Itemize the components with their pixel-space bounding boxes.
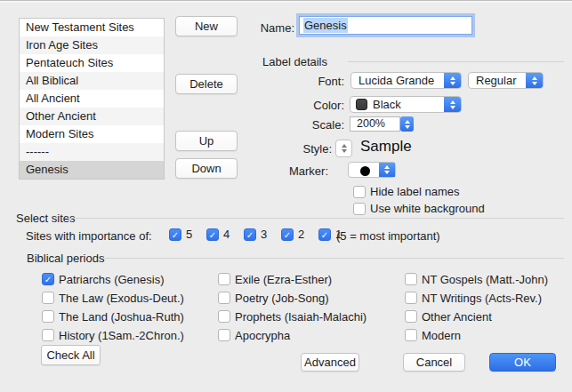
font-family-dropdown[interactable]: Lucida Grande xyxy=(350,72,462,89)
importance-option-label: 5 xyxy=(186,228,192,241)
period-checkbox[interactable]: ✓ xyxy=(218,292,230,304)
period-label: Other Ancient xyxy=(422,310,492,324)
color-swatch-icon xyxy=(356,99,367,110)
selected-text: Genesis xyxy=(303,18,348,33)
hide-label-names-checkbox[interactable]: ✓ xyxy=(353,186,366,198)
style-stepper[interactable] xyxy=(335,140,352,157)
label-set-dialog: New Testament SitesIron Age SitesPentate… xyxy=(0,0,572,392)
marker-dropdown[interactable] xyxy=(348,162,396,178)
period-checkbox[interactable]: ✓ xyxy=(405,310,417,323)
name-input[interactable]: Genesis xyxy=(299,16,472,35)
down-button[interactable]: Down xyxy=(175,158,238,179)
scale-stepper[interactable] xyxy=(400,116,414,132)
color-dropdown[interactable]: Black xyxy=(350,96,462,113)
up-button[interactable]: Up xyxy=(175,131,238,151)
use-white-background-label: Use white background xyxy=(370,202,485,215)
biblical-periods-title: Biblical periods xyxy=(27,252,104,265)
color-label: Color: xyxy=(246,99,344,112)
stepper-icon xyxy=(379,163,395,177)
hide-label-names-checkbox-row[interactable]: ✓ Hide label names xyxy=(353,185,459,198)
period-row-modern[interactable]: ✓Modern xyxy=(405,329,548,341)
list-item-new-testament-sites[interactable]: New Testament Sites xyxy=(20,19,164,36)
color-value: Black xyxy=(367,98,401,111)
period-checkbox[interactable]: ✓ xyxy=(405,329,417,341)
chevron-down-icon xyxy=(450,106,455,109)
scale-input[interactable]: 200% xyxy=(350,116,400,132)
check-all-button[interactable]: Check All xyxy=(41,345,101,365)
importance-checkbox-5[interactable]: ✓ xyxy=(169,228,181,241)
importance-option-2[interactable]: ✓2 xyxy=(281,228,318,241)
period-label: Prophets (Isaiah-Malachi) xyxy=(235,310,367,324)
list-item-genesis[interactable]: Genesis xyxy=(20,161,164,179)
chevron-down-icon xyxy=(532,82,537,85)
list-item-modern-sites[interactable]: Modern Sites xyxy=(20,125,164,143)
importance-checkbox-2[interactable]: ✓ xyxy=(281,228,294,241)
chevron-down-icon xyxy=(342,149,347,153)
period-row-poetry-job-song[interactable]: ✓Poetry (Job-Song) xyxy=(218,292,367,304)
period-label: Apocrypha xyxy=(235,329,290,342)
scale-label: Scale: xyxy=(246,118,344,132)
marker-dot-icon xyxy=(360,166,370,176)
list-item-other-ancient[interactable]: Other Ancient xyxy=(20,108,164,125)
use-white-background-checkbox-row[interactable]: ✓ Use white background xyxy=(353,202,485,215)
chevron-down-icon xyxy=(405,125,410,129)
font-style-value: Regular xyxy=(469,74,517,87)
importance-checkbox-4[interactable]: ✓ xyxy=(206,228,219,241)
period-checkbox[interactable]: ✓ xyxy=(42,329,54,341)
font-style-dropdown[interactable]: Regular xyxy=(468,72,544,89)
importance-option-label: 3 xyxy=(261,228,267,241)
importance-option-4[interactable]: ✓4 xyxy=(206,228,244,241)
chevron-down-icon xyxy=(384,171,390,174)
stepper-icon xyxy=(526,73,543,88)
site-set-list[interactable]: New Testament SitesIron Age SitesPentate… xyxy=(19,18,165,180)
period-row-exile-ezra-esther[interactable]: ✓Exile (Ezra-Esther) xyxy=(218,273,367,285)
period-label: Poetry (Job-Song) xyxy=(235,292,329,305)
period-checkbox[interactable]: ✓ xyxy=(405,292,417,304)
style-label: Style: xyxy=(234,142,332,156)
period-row-the-law-exodus-deut[interactable]: ✓The Law (Exodus-Deut.) xyxy=(42,292,184,304)
list-item-pentateuch-sites[interactable]: Pentateuch Sites xyxy=(20,54,164,72)
list-item-[interactable]: ------ xyxy=(20,143,164,161)
period-row-the-land-joshua-ruth[interactable]: ✓The Land (Joshua-Ruth) xyxy=(42,310,184,323)
stepper-icon xyxy=(444,97,461,112)
period-row-other-ancient[interactable]: ✓Other Ancient xyxy=(405,310,548,323)
list-item-all-ancient[interactable]: All Ancient xyxy=(20,90,164,108)
period-checkbox[interactable]: ✓ xyxy=(218,310,230,323)
period-checkbox[interactable]: ✓ xyxy=(405,273,417,285)
chevron-down-icon xyxy=(450,82,455,85)
period-row-prophets-isaiah-malachi[interactable]: ✓Prophets (Isaiah-Malachi) xyxy=(218,310,367,323)
period-checkbox[interactable]: ✓ xyxy=(218,329,230,341)
stepper-icon xyxy=(444,73,461,88)
importance-note: (5 = most important) xyxy=(336,229,440,243)
name-label: Name: xyxy=(197,21,294,35)
font-family-value: Lucida Grande xyxy=(351,74,434,87)
ok-button[interactable]: OK xyxy=(489,353,556,372)
period-row-nt-gospels-matt-john[interactable]: ✓NT Gospels (Matt.-John) xyxy=(405,273,548,285)
period-checkbox[interactable]: ✓ xyxy=(42,292,54,304)
period-row-patriarchs-genesis[interactable]: ✓Patriarchs (Genesis) xyxy=(42,273,184,285)
importance-label: Sites with importance of: xyxy=(26,229,152,243)
importance-option-label: 4 xyxy=(223,228,230,241)
importance-option-5[interactable]: ✓5 xyxy=(169,228,206,241)
importance-option-3[interactable]: ✓3 xyxy=(244,228,281,241)
list-item-iron-age-sites[interactable]: Iron Age Sites xyxy=(20,36,164,54)
period-row-nt-writings-acts-rev[interactable]: ✓NT Writings (Acts-Rev.) xyxy=(405,292,548,304)
importance-checkbox-1[interactable]: ✓ xyxy=(318,228,331,241)
list-item-all-biblical[interactable]: All Biblical xyxy=(20,72,164,90)
window-top-highlight xyxy=(0,1,572,3)
periods-column-1: ✓Patriarchs (Genesis)✓The Law (Exodus-De… xyxy=(42,273,184,341)
chevron-up-icon xyxy=(450,76,455,80)
advanced-button[interactable]: Advanced xyxy=(301,353,359,372)
delete-button[interactable]: Delete xyxy=(175,74,238,94)
importance-checkbox-3[interactable]: ✓ xyxy=(244,228,256,241)
use-white-background-checkbox[interactable]: ✓ xyxy=(353,203,366,215)
period-checkbox[interactable]: ✓ xyxy=(218,273,230,285)
period-row-apocrypha[interactable]: ✓Apocrypha xyxy=(218,329,367,341)
period-label: Patriarchs (Genesis) xyxy=(59,273,164,286)
period-checkbox[interactable]: ✓ xyxy=(42,273,54,285)
chevron-up-icon xyxy=(450,100,455,104)
cancel-button[interactable]: Cancel xyxy=(403,353,465,372)
periods-column-3: ✓NT Gospels (Matt.-John)✓NT Writings (Ac… xyxy=(405,273,548,341)
period-checkbox[interactable]: ✓ xyxy=(42,310,54,323)
period-row-history-1sam-2chron[interactable]: ✓History (1Sam.-2Chron.) xyxy=(42,329,184,341)
